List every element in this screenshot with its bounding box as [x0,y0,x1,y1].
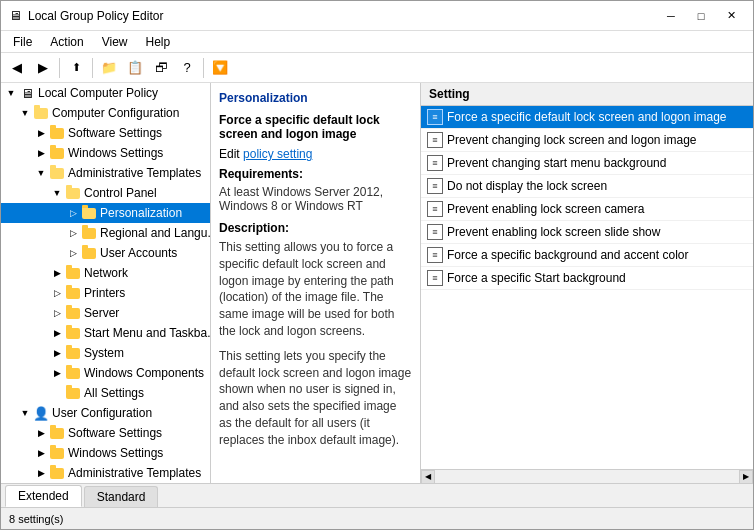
icon-all-settings [65,385,81,401]
right-panel: Setting ≡ Force a specific default lock … [421,83,753,483]
expander-start-menu[interactable]: ▶ [49,325,65,341]
tree-item-start-menu-taskbar[interactable]: ▶ Start Menu and Taskba... [1,323,210,343]
settings-list: ≡ Force a specific default lock screen a… [421,106,753,469]
tree-item-regional-language[interactable]: ▷ Regional and Langu... [1,223,210,243]
tree-item-windows-components[interactable]: ▶ Windows Components [1,363,210,383]
label-computer-configuration: Computer Configuration [52,106,179,120]
expander-local-computer[interactable]: ▼ [3,85,19,101]
setting-item-6[interactable]: ≡ Force a specific background and accent… [421,244,753,267]
tree-item-user-admin-templates[interactable]: ▶ Administrative Templates [1,463,210,483]
expander-user-admin[interactable]: ▶ [33,465,49,481]
tree-item-control-panel[interactable]: ▼ Control Panel [1,183,210,203]
tree-item-printers[interactable]: ▷ Printers [1,283,210,303]
setting-label-5: Prevent enabling lock screen slide show [447,225,660,239]
menu-file[interactable]: File [5,33,40,51]
main-window: 🖥 Local Group Policy Editor ─ □ ✕ File A… [0,0,754,530]
setting-item-4[interactable]: ≡ Prevent enabling lock screen camera [421,198,753,221]
setting-item-0[interactable]: ≡ Force a specific default lock screen a… [421,106,753,129]
tree-item-server[interactable]: ▷ Server [1,303,210,323]
label-server: Server [84,306,119,320]
icon-personalization [81,205,97,221]
menu-view[interactable]: View [94,33,136,51]
tree-item-computer-configuration[interactable]: ▼ Computer Configuration [1,103,210,123]
expander-printers[interactable]: ▷ [49,285,65,301]
menu-help[interactable]: Help [138,33,179,51]
left-panel: ▼ 🖥 Local Computer Policy ▼ Computer Con… [1,83,211,483]
tab-extended[interactable]: Extended [5,485,82,507]
forward-button[interactable]: ▶ [31,56,55,80]
menu-action[interactable]: Action [42,33,91,51]
expander-admin-templates[interactable]: ▼ [33,165,49,181]
tree-item-user-software-settings[interactable]: ▶ Software Settings [1,423,210,443]
icon-server [65,305,81,321]
tree-item-local-computer-policy[interactable]: ▼ 🖥 Local Computer Policy [1,83,210,103]
setting-label-2: Prevent changing start menu background [447,156,666,170]
maximize-button[interactable]: □ [687,5,715,27]
hscroll-right-button[interactable]: ▶ [739,470,753,484]
description-text-1: This setting allows you to force a speci… [219,239,412,340]
expander-regional[interactable]: ▷ [65,225,81,241]
expander-server[interactable]: ▷ [49,305,65,321]
setting-item-3[interactable]: ≡ Do not display the lock screen [421,175,753,198]
expander-computer-configuration[interactable]: ▼ [17,105,33,121]
new-window-button[interactable]: 🗗 [149,56,173,80]
icon-software-settings [49,125,65,141]
icon-user-accounts [81,245,97,261]
label-user-windows-settings: Windows Settings [68,446,163,460]
expander-personalization[interactable]: ▷ [65,205,81,221]
expander-windows-components[interactable]: ▶ [49,365,65,381]
label-printers: Printers [84,286,125,300]
expander-network[interactable]: ▶ [49,265,65,281]
filter-button[interactable]: 🔽 [208,56,232,80]
description-text-2: This setting lets you specify the defaul… [219,348,412,449]
minimize-button[interactable]: ─ [657,5,685,27]
label-start-menu-taskbar: Start Menu and Taskba... [84,326,211,340]
expander-windows-settings[interactable]: ▶ [33,145,49,161]
help-button[interactable]: ? [175,56,199,80]
expander-all-settings [49,385,65,401]
tree-item-user-windows-settings[interactable]: ▶ Windows Settings [1,443,210,463]
tab-standard[interactable]: Standard [84,486,159,507]
setting-icon-4: ≡ [427,201,443,217]
tree-item-software-settings[interactable]: ▶ Software Settings [1,123,210,143]
expander-user-windows[interactable]: ▶ [33,445,49,461]
tree-item-administrative-templates[interactable]: ▼ Administrative Templates [1,163,210,183]
policy-link[interactable]: policy setting [243,147,312,161]
setting-item-5[interactable]: ≡ Prevent enabling lock screen slide sho… [421,221,753,244]
title-bar: 🖥 Local Group Policy Editor ─ □ ✕ [1,1,753,31]
hscroll-left-button[interactable]: ◀ [421,470,435,484]
expander-user-accounts[interactable]: ▷ [65,245,81,261]
tree-item-network[interactable]: ▶ Network [1,263,210,283]
properties-button[interactable]: 📋 [123,56,147,80]
toolbar-separator-1 [59,58,60,78]
up-button[interactable]: ⬆ [64,56,88,80]
show-hide-button[interactable]: 📁 [97,56,121,80]
close-button[interactable]: ✕ [717,5,745,27]
label-network: Network [84,266,128,280]
expander-system[interactable]: ▶ [49,345,65,361]
tree-item-personalization[interactable]: ▷ Personalization [1,203,210,223]
tree-item-windows-settings[interactable]: ▶ Windows Settings [1,143,210,163]
setting-item-1[interactable]: ≡ Prevent changing lock screen and logon… [421,129,753,152]
icon-computer-configuration [33,105,49,121]
icon-windows-settings [49,145,65,161]
tabs-bar: Extended Standard [1,483,753,507]
back-button[interactable]: ◀ [5,56,29,80]
expander-control-panel[interactable]: ▼ [49,185,65,201]
expander-software-settings[interactable]: ▶ [33,125,49,141]
setting-item-7[interactable]: ≡ Force a specific Start background [421,267,753,290]
icon-start-menu [65,325,81,341]
tree-item-all-settings[interactable]: All Settings [1,383,210,403]
expander-user-configuration[interactable]: ▼ [17,405,33,421]
tree-item-user-configuration[interactable]: ▼ 👤 User Configuration [1,403,210,423]
tree-item-system[interactable]: ▶ System [1,343,210,363]
menu-bar: File Action View Help [1,31,753,53]
label-personalization: Personalization [100,206,182,220]
setting-item-2[interactable]: ≡ Prevent changing start menu background [421,152,753,175]
expander-user-software[interactable]: ▶ [33,425,49,441]
icon-user-admin-templates [49,465,65,481]
tree-item-user-accounts[interactable]: ▷ User Accounts [1,243,210,263]
app-icon: 🖥 [9,8,22,23]
icon-user-configuration: 👤 [33,405,49,421]
icon-printers [65,285,81,301]
